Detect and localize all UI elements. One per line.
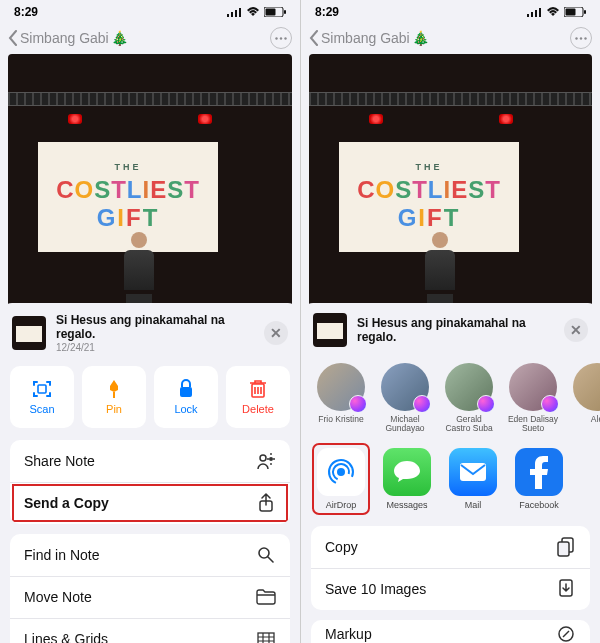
- contact-item[interactable]: Frio Kristine: [315, 363, 367, 434]
- airdrop-app[interactable]: AirDrop: [315, 446, 367, 512]
- status-indicators: [527, 7, 586, 17]
- copy-item[interactable]: Copy: [311, 526, 590, 568]
- contact-item[interactable]: Eden Dalisay Sueto: [507, 363, 559, 434]
- apps-row[interactable]: AirDrop Messages Mail Facebook: [301, 440, 600, 526]
- back-button[interactable]: Simbang Gabi 🎄: [309, 30, 429, 46]
- note-thumbnail: [12, 316, 46, 350]
- pin-icon: [104, 378, 124, 400]
- svg-point-29: [337, 468, 345, 476]
- svg-rect-2: [235, 10, 237, 17]
- note-thumbnail: [313, 313, 347, 347]
- grid-icon: [256, 632, 276, 643]
- find-in-note-item[interactable]: Find in Note: [10, 534, 290, 576]
- scan-icon: [31, 378, 53, 400]
- sheet-header-text: Si Hesus ang pinakamahal na regalo.: [357, 316, 554, 345]
- markup-item[interactable]: Markup: [311, 620, 590, 643]
- lines-grids-item[interactable]: Lines & Grids: [10, 618, 290, 643]
- contact-item[interactable]: Gerald Castro Suba: [443, 363, 495, 434]
- svg-rect-11: [113, 392, 115, 398]
- svg-point-7: [275, 37, 277, 39]
- battery-icon: [264, 7, 286, 17]
- close-button[interactable]: ✕: [264, 321, 288, 345]
- lock-action[interactable]: Lock: [154, 366, 218, 428]
- more-button[interactable]: [570, 27, 592, 49]
- svg-rect-12: [180, 387, 192, 397]
- signal-icon: [527, 7, 542, 17]
- svg-rect-25: [584, 10, 586, 14]
- move-note-item[interactable]: Move Note: [10, 576, 290, 618]
- search-icon: [256, 546, 276, 564]
- svg-rect-19: [527, 14, 529, 17]
- svg-rect-1: [231, 12, 233, 17]
- mail-icon: [458, 461, 488, 483]
- status-indicators: [227, 7, 286, 17]
- close-button[interactable]: ✕: [564, 318, 588, 342]
- messages-app[interactable]: Messages: [381, 448, 433, 512]
- phone-right: 8:29 Simbang Gabi 🎄 THE COSTLIEST GIFT: [300, 0, 600, 643]
- status-bar: 8:29: [0, 0, 300, 24]
- back-button[interactable]: Simbang Gabi 🎄: [8, 30, 128, 46]
- trash-icon: [249, 378, 267, 400]
- svg-rect-20: [531, 12, 533, 17]
- note-title: Si Hesus ang pinakamahal na regalo.: [56, 313, 254, 342]
- status-time: 8:29: [315, 5, 339, 19]
- lock-icon: [177, 378, 195, 400]
- status-bar: 8:29: [301, 0, 600, 24]
- phone-left: 8:29 Simbang Gabi 🎄 THE COSTLIEST GIFT: [0, 0, 300, 643]
- copy-icon: [556, 537, 576, 557]
- note-photo: THE COSTLIEST GIFT: [309, 54, 592, 312]
- delete-action[interactable]: Delete: [226, 366, 290, 428]
- note-date: 12/24/21: [56, 342, 254, 354]
- svg-rect-10: [38, 385, 46, 393]
- svg-rect-32: [460, 463, 486, 481]
- send-copy-item[interactable]: Send a Copy: [10, 482, 290, 524]
- svg-rect-24: [566, 9, 576, 16]
- battery-icon: [564, 7, 586, 17]
- share-note-item[interactable]: Share Note: [10, 440, 290, 482]
- status-time: 8:29: [14, 5, 38, 19]
- svg-rect-5: [266, 9, 276, 16]
- scan-action[interactable]: Scan: [10, 366, 74, 428]
- ellipsis-icon: [275, 37, 287, 40]
- svg-rect-6: [284, 10, 286, 14]
- svg-rect-21: [535, 10, 537, 17]
- facebook-icon: [528, 455, 550, 489]
- action-sheet: Si Hesus ang pinakamahal na regalo. 12/2…: [0, 303, 300, 643]
- collaborate-icon: [256, 452, 276, 470]
- sheet-header-text: Si Hesus ang pinakamahal na regalo. 12/2…: [56, 313, 254, 354]
- chevron-left-icon: [8, 30, 18, 46]
- note-title: Si Hesus ang pinakamahal na regalo.: [357, 316, 554, 345]
- back-label: Simbang Gabi: [321, 30, 410, 46]
- note-photo: THE COSTLIEST GIFT: [8, 54, 292, 312]
- folder-icon: [256, 589, 276, 605]
- download-icon: [556, 579, 576, 599]
- save-images-item[interactable]: Save 10 Images: [311, 568, 590, 610]
- contacts-row[interactable]: Frio Kristine Michael Gundayao Gerald Ca…: [301, 355, 600, 440]
- mail-app[interactable]: Mail: [447, 448, 499, 512]
- more-button[interactable]: [270, 27, 292, 49]
- messages-icon: [392, 458, 422, 486]
- facebook-app[interactable]: Facebook: [513, 448, 565, 512]
- tree-emoji: 🎄: [412, 30, 429, 46]
- markup-icon: [556, 625, 576, 643]
- tree-emoji: 🎄: [111, 30, 128, 46]
- svg-point-26: [575, 37, 577, 39]
- svg-point-9: [284, 37, 286, 39]
- signal-icon: [227, 7, 242, 17]
- nav-bar: Simbang Gabi 🎄: [0, 24, 300, 52]
- chevron-left-icon: [309, 30, 319, 46]
- pin-action[interactable]: Pin: [82, 366, 146, 428]
- svg-rect-22: [539, 8, 541, 17]
- svg-rect-34: [558, 542, 569, 556]
- svg-point-27: [580, 37, 582, 39]
- wifi-icon: [246, 7, 260, 17]
- svg-point-14: [260, 455, 266, 461]
- svg-point-15: [269, 457, 273, 461]
- svg-point-8: [280, 37, 282, 39]
- contact-item[interactable]: Ale: [571, 363, 600, 434]
- share-icon: [256, 493, 276, 513]
- svg-rect-0: [227, 14, 229, 17]
- ellipsis-icon: [575, 37, 587, 40]
- svg-point-28: [584, 37, 586, 39]
- contact-item[interactable]: Michael Gundayao: [379, 363, 431, 434]
